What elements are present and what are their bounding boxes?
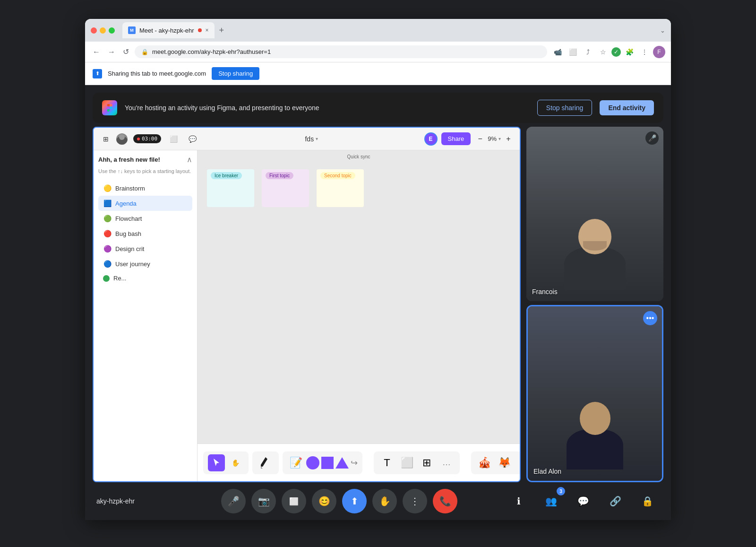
activities-btn[interactable]: 🔗 [603,489,627,513]
template-re[interactable]: Re... [98,271,192,285]
frame-ice-breaker[interactable]: Ice breaker [207,169,254,207]
security-btn[interactable]: 🔒 [635,489,660,513]
figma-activity-icon [102,100,117,115]
raise-hand-btn[interactable]: ✋ [372,489,397,513]
frame-tool[interactable]: ⬜ [398,454,415,471]
back-btn[interactable]: ← [91,46,102,58]
stop-sharing-meet-btn[interactable]: Stop sharing [537,100,593,116]
figma-canvas[interactable]: Quick sync Ice breaker First topic Secon… [198,150,520,481]
template-designcrit-label: Design crit [115,245,144,252]
figma-avatar[interactable] [116,133,128,145]
template-bugbash[interactable]: 🔴 Bug bash [98,226,192,241]
layout-icon[interactable]: ⬜ [167,132,180,146]
profile-avatar[interactable]: F [653,46,665,58]
more-menu-icon[interactable]: ⋮ [638,45,651,59]
sticker-2[interactable]: 🦊 [496,454,513,471]
francois-head [578,219,611,254]
tab-favicon: M [128,26,136,34]
zoom-in-btn[interactable]: + [503,133,514,145]
triangle-shape[interactable] [335,457,349,469]
extensions-icon[interactable]: 🧩 [623,45,636,59]
elad-more-options-btn[interactable]: ••• [643,311,657,325]
active-tab[interactable]: M Meet - aky-hzpk-ehr × [122,22,215,38]
people-btn-wrapper: 👥 3 [539,489,563,513]
figma-nav-icons: ⊞ [99,132,128,146]
video-panels: 🎤 Francois ••• Elad Alon [526,127,663,482]
minimize-window-btn[interactable] [100,27,106,34]
tab-close-btn[interactable]: × [206,27,209,34]
cursor-tool[interactable]: ✋ [227,454,244,471]
re-icon [103,275,110,282]
forward-btn[interactable]: → [106,46,117,58]
video-panel-francois: 🎤 Francois [526,127,663,301]
right-controls: ℹ 👥 3 💬 🔗 🔒 [507,489,660,513]
tab-bar: M Meet - aky-hzpk-ehr × + ⌄ [122,22,665,38]
square-shape[interactable] [321,457,334,469]
arrow-tool[interactable]: ↪ [351,458,358,468]
tab-expand-btn[interactable]: ⌄ [660,27,665,34]
control-buttons: 🎤 📷 ⬜ 😊 ⬆ ✋ ⋮ 📞 [172,489,507,513]
text-tool[interactable]: T [378,454,395,471]
share-icon[interactable]: ⤴ [581,45,594,59]
sharing-tab-icon: ⬆ [93,69,102,78]
address-bar: ← → ↺ 🔒 meet.google.com/aky-hzpk-ehr?aut… [85,42,671,62]
present-btn[interactable]: ⬆ [342,489,367,513]
reload-btn[interactable]: ↺ [121,45,131,58]
add-sticker-btn[interactable]: + [515,454,520,471]
panel-close-btn[interactable]: ∧ [187,155,192,164]
figma-panel: ⊞ 03:00 ⬜ 💬 fds ▾ [93,127,521,482]
pencil-tool[interactable] [257,454,274,471]
template-brainstorm[interactable]: 🟡 Brainstorm [98,181,192,196]
select-tool[interactable] [208,454,225,471]
user-avatar-btn[interactable]: E [424,132,438,146]
more-options-btn[interactable]: ⋮ [403,489,427,513]
title-bar: M Meet - aky-hzpk-ehr × + ⌄ [85,19,671,42]
template-agenda[interactable]: 🟦 Agenda [98,196,192,211]
maximize-window-btn[interactable] [109,27,115,34]
google-account-icon[interactable]: ✓ [611,47,621,57]
more-tools[interactable]: … [438,454,455,471]
bookmark-icon[interactable]: ☆ [596,45,610,59]
new-tab-btn[interactable]: + [216,26,227,35]
figma-share-btn[interactable]: Share [441,132,471,145]
read-mode-icon[interactable]: ⬜ [566,45,579,59]
frame-first-topic[interactable]: First topic [262,169,309,207]
template-brainstorm-label: Brainstorm [115,185,145,192]
microphone-btn[interactable]: 🎤 [221,489,246,513]
traffic-lights [91,27,115,34]
sticker-1[interactable]: 🎪 [476,454,493,471]
template-designcrit[interactable]: 🟣 Design crit [98,241,192,256]
template-userjourney[interactable]: 🔵 User journey [98,256,192,271]
figma-menu-icon[interactable]: ⊞ [99,132,112,146]
emoji-btn[interactable]: 😊 [312,489,336,513]
close-window-btn[interactable] [91,27,97,34]
cast-icon[interactable]: 📹 [551,45,564,59]
comment-icon[interactable]: 💬 [186,132,199,146]
browser-stop-sharing-btn[interactable]: Stop sharing [212,67,259,80]
template-flowchart[interactable]: 🟢 Flowchart [98,211,192,226]
url-bar[interactable]: 🔒 meet.google.com/aky-hzpk-ehr?authuser=… [135,45,547,58]
elad-body [567,429,623,469]
end-activity-btn[interactable]: End activity [600,100,654,115]
circle-shape[interactable] [306,456,319,469]
main-area: ⊞ 03:00 ⬜ 💬 fds ▾ [85,123,671,482]
table-tool[interactable]: ⊞ [418,454,435,471]
figma-left-panel: Ahh, a fresh new file! ∧ Use the ↑↓ keys… [94,150,198,481]
video-panel-elad: ••• Elad Alon [526,305,663,482]
designcrit-icon: 🟣 [103,244,112,253]
zoom-out-btn[interactable]: − [474,133,486,145]
frame-ice-label: Ice breaker [211,172,242,179]
sharing-banner: ⬆ Sharing this tab to meet.google.com St… [85,62,671,85]
info-btn[interactable]: ℹ [507,489,531,513]
canvas-frames: Ice breaker First topic Second topic [207,169,364,207]
end-call-btn[interactable]: 📞 [433,489,457,513]
shape-tools: 📝 ↪ [283,451,362,474]
frame-second-topic[interactable]: Second topic [317,169,364,207]
camera-btn[interactable]: 📷 [251,489,276,513]
sticky-tool[interactable]: 📝 [287,454,304,471]
captions-btn[interactable]: ⬜ [282,489,306,513]
elad-avatar [567,402,623,469]
chat-btn[interactable]: 💬 [571,489,595,513]
activity-text: You're hosting an activity using Figma, … [125,104,530,112]
template-re-label: Re... [113,275,126,282]
